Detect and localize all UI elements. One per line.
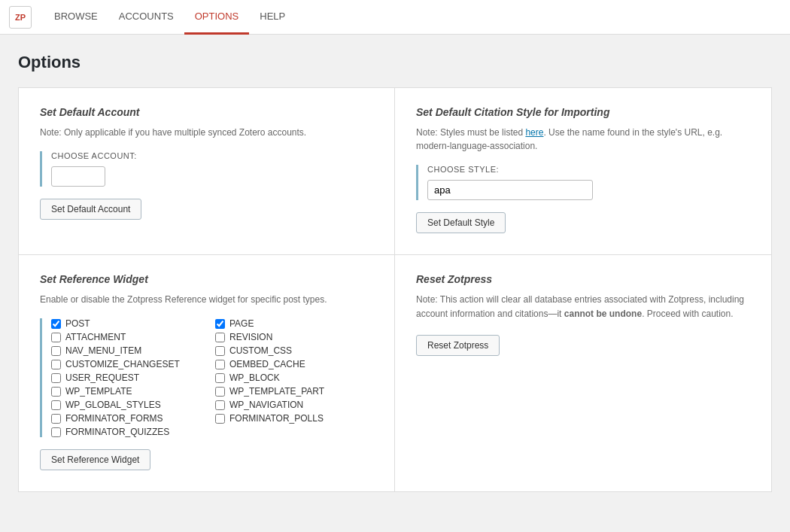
checkbox-post-input[interactable] xyxy=(51,319,61,329)
checkbox-forminator-quizzes[interactable]: FORMINATOR_QUIZZES xyxy=(51,427,209,437)
choose-style-select[interactable]: apa xyxy=(427,180,593,200)
checkbox-nav-menu-item[interactable]: NAV_MENU_ITEM xyxy=(51,345,209,356)
set-default-account-note: Note: Only applicable if you have multip… xyxy=(40,126,373,139)
checkbox-user-request-input[interactable] xyxy=(51,373,61,383)
choose-account-select[interactable] xyxy=(51,166,105,187)
nav-item-browse[interactable]: BROWSE xyxy=(44,1,108,35)
checkbox-customize-changeset[interactable]: CUSTOMIZE_CHANGESET xyxy=(51,359,209,369)
reset-zotpress-button[interactable]: Reset Zotpress xyxy=(416,335,500,356)
set-reference-widget-note: Enable or disable the Zotpress Reference… xyxy=(40,293,373,306)
set-default-style-button[interactable]: Set Default Style xyxy=(416,212,506,233)
checkbox-forminator-quizzes-input[interactable] xyxy=(51,427,61,437)
checkbox-wp-global-styles[interactable]: WP_GLOBAL_STYLES xyxy=(51,400,209,410)
checkbox-forminator-polls-input[interactable] xyxy=(215,414,225,424)
checkbox-wp-block[interactable]: WP_BLOCK xyxy=(215,372,373,383)
checkbox-oembed-cache-input[interactable] xyxy=(215,360,225,369)
choose-style-section: CHOOSE STYLE: apa xyxy=(416,165,750,200)
checkbox-wp-template-input[interactable] xyxy=(51,387,61,397)
checkbox-post[interactable]: POST xyxy=(51,318,209,329)
set-default-citation-note: Note: Styles must be listed here. Use th… xyxy=(416,126,750,153)
page-title: Options xyxy=(18,53,772,72)
checkbox-wp-global-styles-input[interactable] xyxy=(51,400,61,410)
reset-zotpress-panel: Reset Zotpress Note: This action will cl… xyxy=(395,254,771,491)
checkbox-revision[interactable]: REVISION xyxy=(215,332,373,342)
checkbox-revision-input[interactable] xyxy=(215,333,225,342)
nav-item-options[interactable]: OPTIONS xyxy=(184,1,250,35)
set-default-citation-title: Set Default Citation Style for Importing xyxy=(416,106,750,118)
set-default-account-panel: Set Default Account Note: Only applicabl… xyxy=(19,88,395,254)
checkbox-wp-template[interactable]: WP_TEMPLATE xyxy=(51,386,209,397)
nav-item-accounts[interactable]: ACCOUNTS xyxy=(108,1,184,35)
checkbox-attachment-input[interactable] xyxy=(51,333,61,342)
choose-style-label: CHOOSE STYLE: xyxy=(427,165,750,174)
checkbox-grid: POST PAGE ATTACHMENT REVISION NAV_MENU_I… xyxy=(51,318,373,437)
checkbox-wp-navigation-input[interactable] xyxy=(215,400,225,410)
checkbox-custom-css-input[interactable] xyxy=(215,346,225,356)
checkbox-user-request[interactable]: USER_REQUEST xyxy=(51,372,209,383)
nav-item-help[interactable]: HELP xyxy=(249,1,296,35)
set-default-account-title: Set Default Account xyxy=(40,106,373,118)
top-navigation: ZP BROWSE ACCOUNTS OPTIONS HELP xyxy=(0,0,790,35)
checkbox-customize-changeset-input[interactable] xyxy=(51,360,61,369)
checkbox-forminator-polls[interactable]: FORMINATOR_POLLS xyxy=(215,413,373,424)
checkbox-wp-navigation[interactable]: WP_NAVIGATION xyxy=(215,400,373,410)
checkbox-oembed-cache[interactable]: OEMBED_CACHE xyxy=(215,359,373,369)
checkbox-forminator-forms-input[interactable] xyxy=(51,414,61,424)
reference-widget-checkboxes-section: POST PAGE ATTACHMENT REVISION NAV_MENU_I… xyxy=(40,318,373,437)
checkbox-wp-template-part-input[interactable] xyxy=(215,387,225,397)
set-default-citation-panel: Set Default Citation Style for Importing… xyxy=(395,88,771,254)
page-container: Options Set Default Account Note: Only a… xyxy=(0,35,790,510)
set-reference-widget-button[interactable]: Set Reference Widget xyxy=(40,449,150,470)
checkbox-wp-block-input[interactable] xyxy=(215,373,225,383)
checkbox-nav-menu-item-input[interactable] xyxy=(51,346,61,356)
here-link[interactable]: here xyxy=(525,127,543,138)
checkbox-attachment[interactable]: ATTACHMENT xyxy=(51,332,209,342)
checkbox-page[interactable]: PAGE xyxy=(215,318,373,329)
choose-account-section: CHOOSE ACCOUNT: xyxy=(40,151,373,187)
checkbox-forminator-forms[interactable]: FORMINATOR_FORMS xyxy=(51,413,209,424)
set-reference-widget-title: Set Reference Widget xyxy=(40,273,373,285)
set-reference-widget-panel: Set Reference Widget Enable or disable t… xyxy=(19,254,395,491)
checkbox-custom-css[interactable]: CUSTOM_CSS xyxy=(215,345,373,356)
reset-zotpress-note: Note: This action will clear all databas… xyxy=(416,293,750,321)
options-grid: Set Default Account Note: Only applicabl… xyxy=(18,87,772,492)
logo: ZP xyxy=(9,6,32,29)
set-default-account-button[interactable]: Set Default Account xyxy=(40,199,141,220)
checkbox-wp-template-part[interactable]: WP_TEMPLATE_PART xyxy=(215,386,373,397)
checkbox-page-input[interactable] xyxy=(215,319,225,329)
reset-zotpress-title: Reset Zotpress xyxy=(416,273,750,285)
choose-account-label: CHOOSE ACCOUNT: xyxy=(51,151,373,160)
nav-items: BROWSE ACCOUNTS OPTIONS HELP xyxy=(44,0,296,34)
